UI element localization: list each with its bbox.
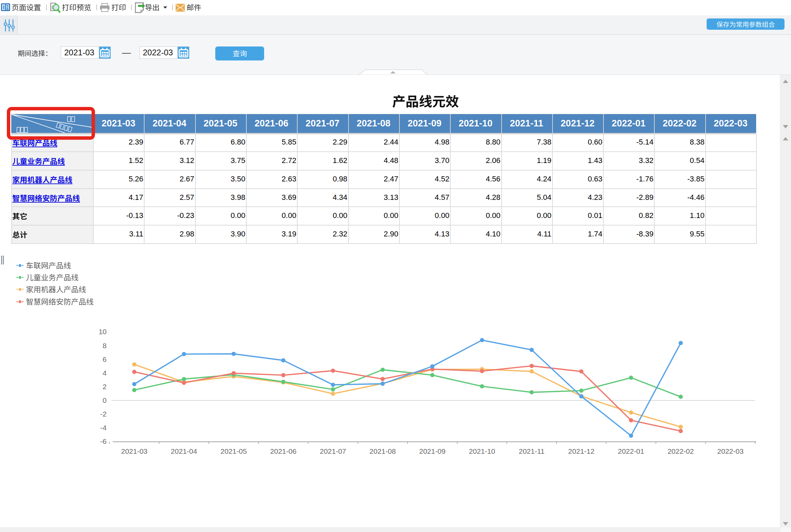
- svg-text:2022-01: 2022-01: [618, 447, 644, 455]
- svg-text:2: 2: [103, 383, 107, 391]
- svg-text:2021-06: 2021-06: [270, 447, 297, 455]
- svg-text:2021-03: 2021-03: [121, 447, 147, 455]
- svg-text:2022-03: 2022-03: [717, 447, 744, 455]
- svg-text:-6: -6: [100, 437, 107, 445]
- svg-text:2021-04: 2021-04: [171, 447, 197, 455]
- svg-text:2021-07: 2021-07: [320, 447, 346, 455]
- svg-text:2021-09: 2021-09: [419, 447, 446, 455]
- svg-text:0: 0: [103, 396, 107, 404]
- svg-text:-4: -4: [100, 424, 107, 432]
- svg-text:2021-12: 2021-12: [568, 447, 595, 455]
- svg-text:2022-02: 2022-02: [668, 447, 694, 455]
- svg-text:2021-05: 2021-05: [220, 447, 247, 455]
- svg-text:10: 10: [99, 328, 107, 336]
- svg-text:-2: -2: [100, 410, 107, 418]
- svg-text:2021-10: 2021-10: [469, 447, 495, 455]
- svg-text:2021-08: 2021-08: [369, 447, 396, 455]
- svg-text:4: 4: [103, 369, 107, 377]
- svg-text:8: 8: [103, 342, 107, 350]
- svg-text:2021-11: 2021-11: [519, 447, 545, 455]
- svg-text:6: 6: [103, 355, 107, 363]
